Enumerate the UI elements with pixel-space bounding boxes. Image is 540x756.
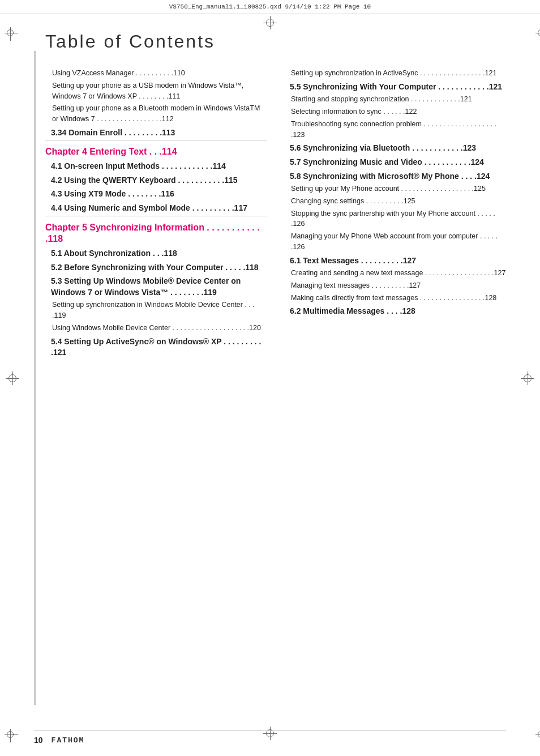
toc-item: 5.7 Synchronizing Music and Video . . . … — [284, 157, 506, 168]
brand-logo: FATHOM — [52, 736, 85, 745]
page-number: 10 — [34, 736, 43, 745]
page-footer: 10 FATHOM — [34, 731, 506, 745]
toc-item: Selecting information to sync . . . . . … — [284, 106, 506, 117]
toc-item: 4.3 Using XT9 Mode . . . . . . . .116 — [45, 189, 267, 200]
toc-item: 5.5 Synchronizing With Your Computer . .… — [284, 82, 506, 93]
toc-item: 5.1 About Synchronization . . .118 — [45, 248, 267, 259]
toc-item: 5.2 Before Synchronizing with Your Compu… — [45, 262, 267, 274]
toc-item: Setting up synchronization in Windows Mo… — [45, 300, 267, 321]
toc-item: Creating and sending a new text message … — [284, 268, 506, 279]
header-text: VS750_Eng_manual1.1_100825.qxd 9/14/10 1… — [169, 3, 371, 10]
toc-item: Stopping the sync partnership with your … — [284, 208, 506, 230]
toc-item: 6.1 Text Messages . . . . . . . . . .127 — [284, 255, 506, 267]
page-title: Table of Contents — [45, 31, 506, 52]
toc-item: Using Windows Mobile Device Center . . .… — [45, 323, 267, 334]
page-wrapper: VS750_Eng_manual1.1_100825.qxd 9/14/10 1… — [0, 0, 540, 756]
toc-item: 6.2 Multimedia Messages . . . .128 — [284, 306, 506, 317]
toc-item: Starting and stopping synchronization . … — [284, 94, 506, 105]
toc-item: Changing sync settings . . . . . . . . .… — [284, 196, 506, 207]
toc-item: 4.4 Using Numeric and Symbol Mode . . . … — [45, 203, 267, 214]
reg-mark-top-center — [263, 16, 277, 29]
toc-item: Chapter 5 Synchronizing Information . . … — [45, 222, 267, 246]
toc-item: 4.1 On-screen Input Methods . . . . . . … — [45, 161, 267, 172]
toc-item: Setting up your phone as a Bluetooth mod… — [45, 103, 267, 125]
toc-item: Chapter 4 Entering Text . . .114 — [45, 146, 267, 158]
toc-item: Setting up your My Phone account . . . .… — [284, 183, 506, 194]
toc-item: Using VZAccess Manager . . . . . . . . .… — [45, 68, 267, 79]
toc-right-column: Setting up synchronization in ActiveSync… — [284, 66, 506, 360]
toc-columns: Using VZAccess Manager . . . . . . . . .… — [45, 66, 506, 360]
toc-item: 5.4 Setting Up ActiveSync® on Windows® X… — [45, 336, 267, 358]
toc-item: Setting up your phone as a USB modem in … — [45, 80, 267, 102]
toc-item: Managing your My Phone Web account from … — [284, 231, 506, 253]
toc-item: 3.34 Domain Enroll . . . . . . . . .113 — [45, 127, 267, 139]
top-header: VS750_Eng_manual1.1_100825.qxd 9/14/10 1… — [0, 0, 540, 14]
reg-mark-left-center — [6, 371, 19, 385]
toc-item: Setting up synchronization in ActiveSync… — [284, 68, 506, 79]
toc-item: 5.8 Synchronizing with Microsoft® My Pho… — [284, 171, 506, 182]
toc-item: 5.6 Synchronizing via Bluetooth . . . . … — [284, 143, 506, 154]
toc-item: 5.3 Setting Up Windows Mobile® Device Ce… — [45, 276, 267, 298]
toc-item: Troubleshooting sync connection problem … — [284, 119, 506, 140]
toc-left-column: Using VZAccess Manager . . . . . . . . .… — [45, 66, 267, 360]
toc-item: 4.2 Using the QWERTY Keyboard . . . . . … — [45, 175, 267, 186]
reg-mark-right-center — [521, 371, 534, 385]
left-accent-bar — [34, 51, 36, 705]
content-area: Table of Contents Using VZAccess Manager… — [0, 14, 540, 377]
toc-item: Managing text messages . . . . . . . . .… — [284, 280, 506, 291]
toc-item: Making calls directly from text messages… — [284, 293, 506, 304]
